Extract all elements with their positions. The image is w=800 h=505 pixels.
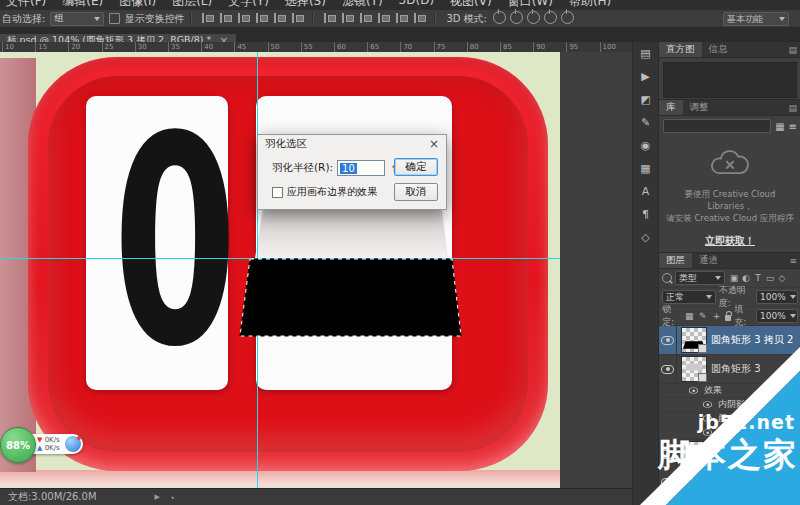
- canvas-bounds-checkbox[interactable]: [272, 187, 283, 198]
- ruler-tick: 35: [168, 42, 180, 52]
- visibility-eye-icon[interactable]: [661, 336, 674, 345]
- brush-icon[interactable]: ✎: [633, 111, 658, 134]
- panel-menu-icon[interactable]: ≡: [789, 256, 797, 266]
- get-now-link[interactable]: 立即获取！: [705, 234, 755, 248]
- menu-item-2[interactable]: 图像(I): [119, 0, 156, 10]
- search-icon: [662, 273, 672, 283]
- filter-adjustment-layers-icon[interactable]: ◐: [740, 273, 752, 283]
- show-transform-checkbox[interactable]: [109, 13, 120, 24]
- brush-presets-icon[interactable]: ▦: [633, 157, 658, 180]
- net-widget-ball-icon[interactable]: [65, 436, 81, 452]
- tab-histogram[interactable]: 直方图: [659, 42, 702, 57]
- ruler-tick: 25: [102, 42, 114, 52]
- 3d-icon[interactable]: ◇: [633, 226, 658, 249]
- workspace-dropdown[interactable]: 基本功能: [723, 12, 789, 26]
- close-icon[interactable]: ×: [429, 138, 439, 150]
- auto-select-dropdown[interactable]: 组: [50, 12, 104, 26]
- ruler-tick: 100: [600, 42, 616, 52]
- fill-field[interactable]: 100%: [756, 309, 798, 323]
- align-h-center-icon[interactable]: [218, 12, 232, 24]
- 3d-pan-icon[interactable]: [527, 11, 540, 24]
- tab-libraries[interactable]: 库: [659, 100, 683, 115]
- panel-menu-icon[interactable]: ▤: [788, 103, 797, 113]
- divider: [434, 12, 436, 25]
- menu-item-7[interactable]: 3D(D): [399, 0, 434, 10]
- distribute-h-center-icon[interactable]: [394, 12, 408, 24]
- chevron-down-icon: [715, 276, 721, 280]
- paragraph-icon[interactable]: ¶: [633, 203, 658, 226]
- align-right-icon[interactable]: [236, 12, 250, 24]
- filter-icons-group: ▣◐T▭◇: [728, 273, 788, 283]
- opacity-field[interactable]: 100%: [756, 290, 798, 304]
- tab-info[interactable]: 信息: [702, 42, 735, 57]
- filter-shape-layers-icon[interactable]: ▭: [764, 273, 776, 283]
- list-view-icon[interactable]: ≡: [789, 121, 797, 132]
- filter-pixel-layers-icon[interactable]: ▣: [728, 273, 740, 283]
- tab-adjustments[interactable]: 调整: [683, 100, 716, 115]
- divider: [190, 12, 192, 25]
- tab-layers[interactable]: 图层: [659, 253, 692, 268]
- canvas-viewport[interactable]: 0: [0, 52, 632, 488]
- download-speed: ▼ 0K/s: [37, 436, 60, 444]
- 3d-scale-icon[interactable]: [561, 11, 574, 24]
- distribute-top-icon[interactable]: [322, 12, 336, 24]
- styles-icon[interactable]: ◩: [633, 88, 658, 111]
- filter-type-dropdown[interactable]: 类型: [675, 271, 725, 285]
- blend-mode-dropdown[interactable]: 正常: [662, 290, 716, 304]
- distribute-bottom-icon[interactable]: [358, 12, 372, 24]
- feather-radius-input[interactable]: 10: [337, 160, 385, 176]
- up-arrow-icon: ▲: [37, 444, 42, 452]
- menu-item-4[interactable]: 文字(Y): [228, 0, 269, 10]
- layers-panel-header: 图层 通道 ≡: [659, 253, 800, 269]
- clone-source-icon[interactable]: ◉: [633, 134, 658, 157]
- menu-item-5[interactable]: 选择(S): [285, 0, 326, 10]
- character-icon[interactable]: A: [633, 180, 658, 203]
- 3d-rotate-icon[interactable]: [493, 11, 506, 24]
- align-icons-group: [198, 12, 306, 26]
- menu-item-1[interactable]: 编辑(E): [62, 0, 103, 10]
- ruler-tick: 45: [234, 42, 246, 52]
- panel-menu-icon[interactable]: ▤: [788, 45, 797, 55]
- lock-pixels-icon[interactable]: ✎: [698, 311, 709, 321]
- feathered-selection-shape[interactable]: [240, 259, 461, 336]
- lock-all-icon[interactable]: [725, 315, 731, 321]
- align-v-center-icon[interactable]: [272, 12, 286, 24]
- dialog-titlebar[interactable]: 羽化选区 ×: [258, 135, 446, 152]
- ok-button[interactable]: 确定: [394, 158, 438, 176]
- photoshop-window: 文件(F)编辑(E)图像(I)图层(L)文字(Y)选择(S)滤镜(T)3D(D)…: [0, 0, 800, 505]
- status-flyout-icon[interactable]: ▶: [155, 493, 160, 501]
- cancel-button[interactable]: 取消: [394, 183, 438, 201]
- actions-icon[interactable]: ▶: [633, 65, 658, 88]
- filter-type-layers-icon[interactable]: T: [752, 273, 764, 283]
- document-tab-bar: 标.psd @ 104% (圆角矩形 3 拷贝 2, RGB/8) * ×: [0, 28, 800, 42]
- divider: [312, 12, 314, 25]
- history-icon[interactable]: ▤: [633, 42, 658, 65]
- 3d-slide-icon[interactable]: [544, 11, 557, 24]
- menu-item-6[interactable]: 滤镜(T): [342, 0, 383, 10]
- distribute-v-center-icon[interactable]: [340, 12, 354, 24]
- menu-item-3[interactable]: 图层(L): [172, 0, 212, 10]
- lock-position-icon[interactable]: +: [711, 311, 722, 321]
- upload-speed: ▲ 0K/s: [37, 444, 60, 452]
- distribute-left-icon[interactable]: [376, 12, 390, 24]
- chevron-down-icon: [790, 295, 796, 299]
- lock-transparency-icon[interactable]: ▦: [684, 311, 695, 321]
- 3d-roll-icon[interactable]: [510, 11, 523, 24]
- menu-item-10[interactable]: 帮助(H): [569, 0, 611, 10]
- watermark-site-url: jb51.net: [698, 411, 795, 433]
- grid-view-icon[interactable]: ▦: [775, 121, 784, 132]
- menu-item-0[interactable]: 文件(F): [6, 0, 46, 10]
- menu-item-8[interactable]: 视图(V): [450, 0, 492, 10]
- align-left-icon[interactable]: [200, 12, 214, 24]
- histogram-panel-header: 直方图 信息 ▤: [659, 42, 800, 58]
- show-transform-label: 显示变换控件: [124, 12, 184, 26]
- distribute-right-icon[interactable]: [412, 12, 426, 24]
- align-bottom-icon[interactable]: [290, 12, 304, 24]
- 3d-mode-icons-group: [491, 11, 576, 26]
- artboard[interactable]: 0: [0, 52, 560, 488]
- tab-channels[interactable]: 通道: [692, 253, 725, 268]
- net-percent-badge[interactable]: 88%: [0, 427, 36, 463]
- align-top-icon[interactable]: [254, 12, 268, 24]
- filter-smart-objects-icon[interactable]: ◇: [776, 273, 788, 283]
- library-search-field[interactable]: [663, 119, 771, 133]
